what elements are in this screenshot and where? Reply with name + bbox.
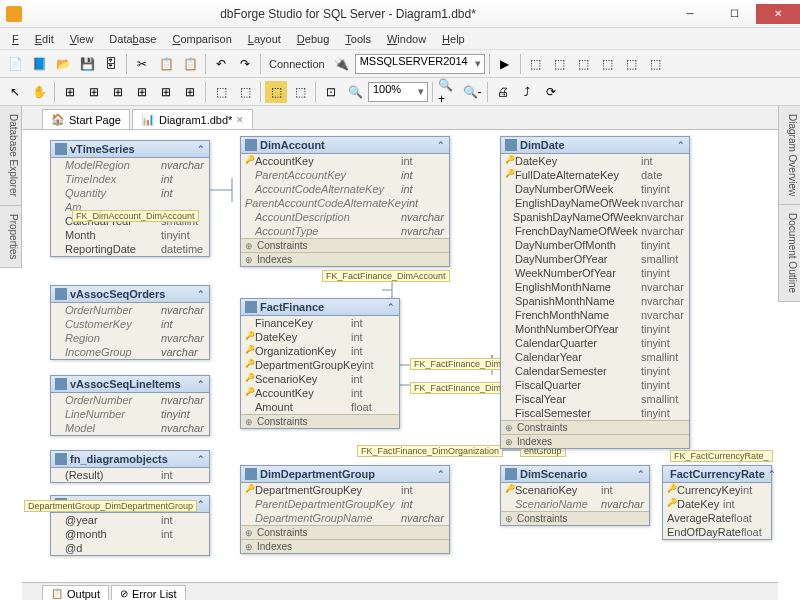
column-row[interactable]: 🔑DepartmentGroupKeyint	[241, 358, 399, 372]
entity-DimDate[interactable]: DimDate⌃🔑DateKeyint🔑FullDateAlternateKey…	[500, 136, 690, 449]
execute-button[interactable]: ▶	[494, 53, 516, 75]
column-row[interactable]: ParentAccountKeyint	[241, 168, 449, 182]
export-button[interactable]: ⤴	[516, 81, 538, 103]
add-table-button[interactable]: ⊞	[59, 81, 81, 103]
section-indexes[interactable]: Indexes	[241, 539, 449, 553]
bg-button[interactable]: ⬚	[289, 81, 311, 103]
stamp-button[interactable]: ⊞	[155, 81, 177, 103]
save-button[interactable]: 💾	[76, 53, 98, 75]
redo-button[interactable]: ↷	[234, 53, 256, 75]
column-row[interactable]: ParentAccountCodeAlternateKeyint	[241, 196, 449, 210]
menu-debug[interactable]: Debug	[289, 31, 337, 47]
column-row[interactable]: 🔑AccountKeyint	[241, 386, 399, 400]
diagram-canvas[interactable]: vTimeSeries⌃ModelRegionnvarcharTimeIndex…	[22, 130, 778, 582]
open-button[interactable]: 📂	[52, 53, 74, 75]
column-row[interactable]: EnglishDayNameOfWeeknvarchar	[501, 196, 689, 210]
container-button[interactable]: ⬚	[234, 81, 256, 103]
tab-diagram[interactable]: 📊 Diagram1.dbd* ✕	[132, 109, 253, 129]
entity-header[interactable]: DimDepartmentGroup⌃	[241, 466, 449, 483]
pointer-tool[interactable]: ↖	[4, 81, 26, 103]
zoomout-button[interactable]: 🔍-	[461, 81, 483, 103]
column-row[interactable]: OrderNumbernvarchar	[51, 303, 209, 317]
column-row[interactable]: FrenchDayNameOfWeeknvarchar	[501, 224, 689, 238]
column-row[interactable]: TimeIndexint	[51, 172, 209, 186]
column-row[interactable]: OrderNumbernvarchar	[51, 393, 209, 407]
entity-vAssocSeqLineItems[interactable]: vAssocSeqLineItems⌃OrderNumbernvarcharLi…	[50, 375, 210, 436]
section-constraints[interactable]: Constraints	[501, 511, 649, 525]
entity-DimDepartmentGroup[interactable]: DimDepartmentGroup⌃🔑DepartmentGroupKeyin…	[240, 465, 450, 554]
column-row[interactable]: Quantityint	[51, 186, 209, 200]
column-row[interactable]: 🔑CurrencyKeyint	[663, 483, 771, 497]
column-row[interactable]: AccountCodeAlternateKeyint	[241, 182, 449, 196]
column-row[interactable]: Amountfloat	[241, 400, 399, 414]
menu-file[interactable]: F	[4, 31, 27, 47]
column-row[interactable]: AverageRatefloat	[663, 511, 771, 525]
menu-view[interactable]: View	[62, 31, 102, 47]
column-row[interactable]: AccountDescriptionnvarchar	[241, 210, 449, 224]
column-row[interactable]: 🔑FullDateAlternateKeydate	[501, 168, 689, 182]
column-row[interactable]: 🔑OrganizationKeyint	[241, 344, 399, 358]
entity-FactCurrencyRate[interactable]: FactCurrencyRate⌃🔑CurrencyKeyint🔑DateKey…	[662, 465, 772, 540]
column-row[interactable]: SpanishDayNameOfWeeknvarchar	[501, 210, 689, 224]
collapse-icon[interactable]: ⌃	[768, 469, 776, 479]
menu-database[interactable]: Database	[101, 31, 164, 47]
entity-header[interactable]: vAssocSeqOrders⌃	[51, 286, 209, 303]
column-row[interactable]: MonthNumberOfYeartinyint	[501, 322, 689, 336]
section-constraints[interactable]: Constraints	[501, 420, 689, 434]
zoom-combo[interactable]: 100%	[368, 82, 428, 102]
column-row[interactable]: FiscalSemestertinyint	[501, 406, 689, 420]
column-row[interactable]: EndOfDayRatefloat	[663, 525, 771, 539]
column-row[interactable]: AccountTypenvarchar	[241, 224, 449, 238]
collapse-icon[interactable]: ⌃	[197, 144, 205, 154]
document-outline-tab[interactable]: Document Outline	[778, 205, 800, 302]
add-note-button[interactable]: ⊞	[131, 81, 153, 103]
collapse-icon[interactable]: ⌃	[197, 289, 205, 299]
column-row[interactable]: CustomerKeyint	[51, 317, 209, 331]
entity-header[interactable]: FactFinance⌃	[241, 299, 399, 316]
close-tab-icon[interactable]: ✕	[236, 115, 244, 125]
section-indexes[interactable]: Indexes	[501, 434, 689, 448]
zoomin-button[interactable]: 🔍+	[437, 81, 459, 103]
connect-icon[interactable]: 🔌	[331, 53, 353, 75]
close-button[interactable]: ✕	[756, 4, 800, 24]
paste-button[interactable]: 📋	[179, 53, 201, 75]
color-button[interactable]: ⬚	[265, 81, 287, 103]
column-row[interactable]: (Result)int	[51, 468, 209, 482]
menu-layout[interactable]: Layout	[240, 31, 289, 47]
column-row[interactable]: DepartmentGroupNamenvarchar	[241, 511, 449, 525]
collapse-icon[interactable]: ⌃	[197, 454, 205, 464]
cut-button[interactable]: ✂	[131, 53, 153, 75]
column-row[interactable]: 🔑DateKeyint	[241, 330, 399, 344]
tb-b3[interactable]: ⬚	[573, 53, 595, 75]
entity-FactFinance[interactable]: FactFinance⌃FinanceKeyint🔑DateKeyint🔑Org…	[240, 298, 400, 429]
column-row[interactable]: LineNumbertinyint	[51, 407, 209, 421]
entity-header[interactable]: vTimeSeries⌃	[51, 141, 209, 158]
tab-start-page[interactable]: 🏠 Start Page	[42, 109, 130, 129]
entity-header[interactable]: DimDate⌃	[501, 137, 689, 154]
image-button[interactable]: ⊞	[179, 81, 201, 103]
column-row[interactable]: FinanceKeyint	[241, 316, 399, 330]
column-row[interactable]: EnglishMonthNamenvarchar	[501, 280, 689, 294]
fit-button[interactable]: ⊡	[320, 81, 342, 103]
new-button[interactable]: 📄	[4, 53, 26, 75]
column-row[interactable]: 🔑ScenarioKeyint	[241, 372, 399, 386]
column-row[interactable]: FiscalQuartertinyint	[501, 378, 689, 392]
menu-edit[interactable]: Edit	[27, 31, 62, 47]
column-row[interactable]: DayNumberOfYearsmallint	[501, 252, 689, 266]
add-relation-button[interactable]: ⊞	[107, 81, 129, 103]
entity-header[interactable]: DimScenario⌃	[501, 466, 649, 483]
entity-header[interactable]: vAssocSeqLineItems⌃	[51, 376, 209, 393]
column-row[interactable]: ModelRegionnvarchar	[51, 158, 209, 172]
entity-vAssocSeqOrders[interactable]: vAssocSeqOrders⌃OrderNumbernvarcharCusto…	[50, 285, 210, 360]
undo-button[interactable]: ↶	[210, 53, 232, 75]
column-row[interactable]: CalendarSemestertinyint	[501, 364, 689, 378]
column-row[interactable]: DayNumberOfMonthtinyint	[501, 238, 689, 252]
tb-b2[interactable]: ⬚	[549, 53, 571, 75]
column-row[interactable]: ReportingDatedatetime	[51, 242, 209, 256]
column-row[interactable]: CalendarYearsmallint	[501, 350, 689, 364]
section-indexes[interactable]: Indexes	[241, 252, 449, 266]
entity-header[interactable]: fn_diagramobjects⌃	[51, 451, 209, 468]
column-row[interactable]: Regionnvarchar	[51, 331, 209, 345]
column-row[interactable]: 🔑ScenarioKeyint	[501, 483, 649, 497]
maximize-button[interactable]: ☐	[712, 4, 756, 24]
